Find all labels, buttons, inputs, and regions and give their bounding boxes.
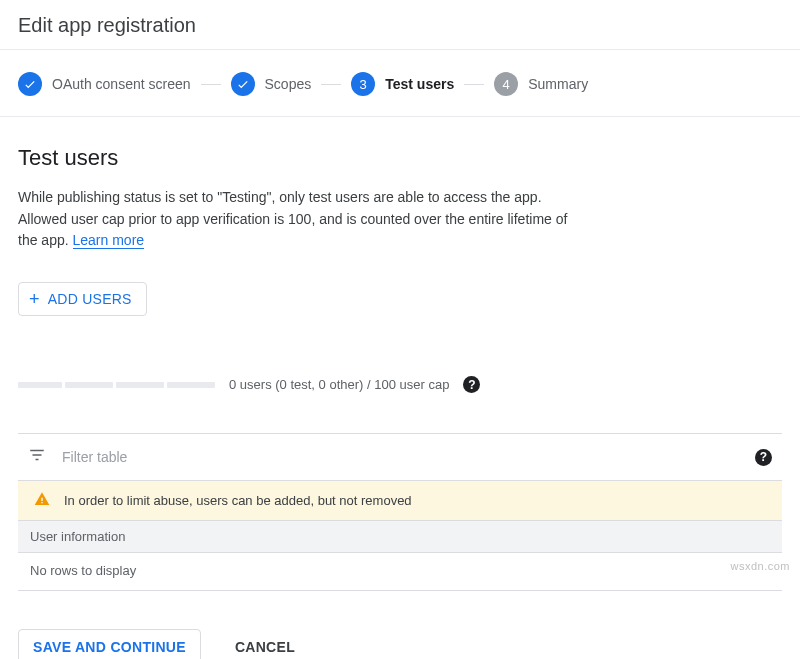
step-test-users[interactable]: 3 Test users [351,72,454,96]
users-table: ? In order to limit abuse, users can be … [18,433,782,591]
section-description: While publishing status is set to "Testi… [18,187,578,252]
check-icon [231,72,255,96]
step-label: Summary [528,76,588,92]
step-separator [201,84,221,85]
action-row: SAVE AND CONTINUE CANCEL [18,629,782,659]
filter-row: ? [18,434,782,481]
step-number-icon: 3 [351,72,375,96]
step-oauth-consent[interactable]: OAuth consent screen [18,72,191,96]
watermark: wsxdn.com [730,560,790,572]
quota-text: 0 users (0 test, 0 other) / 100 user cap [229,377,449,392]
warning-text: In order to limit abuse, users can be ad… [64,493,412,508]
save-and-continue-button[interactable]: SAVE AND CONTINUE [18,629,201,659]
quota-bar [18,382,215,388]
plus-icon: + [29,290,40,308]
section-title: Test users [18,145,782,171]
check-icon [18,72,42,96]
quota-bar-segment [167,382,215,388]
filter-input[interactable] [60,448,741,466]
step-label: Scopes [265,76,312,92]
table-empty-text: No rows to display [18,553,782,591]
stepper: OAuth consent screen Scopes 3 Test users… [0,50,800,117]
quota-bar-segment [65,382,113,388]
main-content: Test users While publishing status is se… [0,117,800,659]
add-users-button[interactable]: + ADD USERS [18,282,147,316]
add-users-label: ADD USERS [48,291,132,307]
page-title: Edit app registration [18,14,782,37]
step-scopes[interactable]: Scopes [231,72,312,96]
warning-icon [34,491,50,510]
help-icon[interactable]: ? [755,449,772,466]
step-label: Test users [385,76,454,92]
step-summary[interactable]: 4 Summary [494,72,588,96]
quota-row: 0 users (0 test, 0 other) / 100 user cap… [18,376,782,393]
quota-bar-segment [18,382,62,388]
step-separator [321,84,341,85]
step-number-icon: 4 [494,72,518,96]
page-header: Edit app registration [0,0,800,50]
step-label: OAuth consent screen [52,76,191,92]
step-separator [464,84,484,85]
help-icon[interactable]: ? [463,376,480,393]
filter-icon[interactable] [28,446,46,468]
quota-bar-segment [116,382,164,388]
cancel-button[interactable]: CANCEL [229,638,301,656]
table-header: User information [18,521,782,553]
learn-more-link[interactable]: Learn more [73,232,145,249]
warning-banner: In order to limit abuse, users can be ad… [18,481,782,521]
